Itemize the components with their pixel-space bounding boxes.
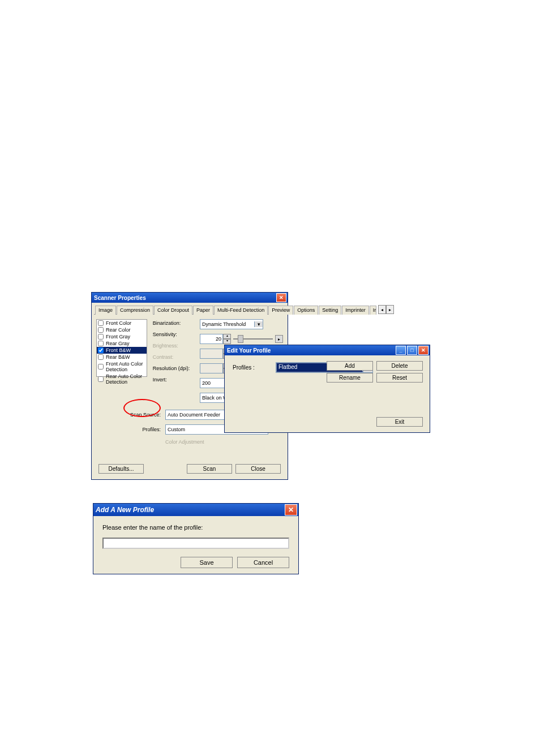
- window-title: Add A New Profile: [96, 506, 154, 514]
- slider-right-icon[interactable]: ▸: [275, 335, 283, 343]
- save-button[interactable]: Save: [181, 557, 233, 568]
- color-adjustment-row: Color Adjustment: [92, 437, 288, 447]
- spin-up-icon[interactable]: ▴: [223, 334, 231, 339]
- delete-button[interactable]: Delete: [376, 361, 423, 371]
- tab-setting[interactable]: Setting: [319, 306, 341, 315]
- label-resolution: Resolution (dpi):: [153, 366, 194, 371]
- tab-preview[interactable]: Preview: [268, 306, 293, 315]
- label-sensitivity: Sensitivity:: [153, 332, 194, 337]
- tab-strip: Image Compression Color Dropout Paper Mu…: [94, 305, 285, 315]
- close-icon[interactable]: ✕: [276, 293, 286, 302]
- minimize-icon[interactable]: _: [396, 346, 406, 355]
- label-profiles: Profiles:: [98, 427, 161, 432]
- titlebar[interactable]: Add A New Profile ✕: [93, 504, 298, 516]
- profile-name-input[interactable]: [102, 538, 289, 549]
- list-item[interactable]: Rear Gray: [97, 340, 147, 347]
- binarization-select[interactable]: Dynamic Threshold ▾: [200, 319, 263, 329]
- list-item[interactable]: Rear Auto Color Detection: [97, 373, 147, 385]
- label-invert: Invert:: [153, 377, 194, 383]
- checkbox[interactable]: [98, 347, 104, 353]
- list-item-label: Rear B&W: [106, 354, 130, 360]
- titlebar[interactable]: Scanner Properties ✕: [92, 293, 288, 303]
- window-title: Edit Your Profile: [227, 347, 271, 354]
- checkbox[interactable]: [98, 376, 104, 382]
- list-item[interactable]: Rear B&W: [97, 354, 147, 360]
- checkbox[interactable]: [98, 354, 104, 360]
- add-button[interactable]: Add: [327, 361, 373, 371]
- sensitivity-slider[interactable]: ▴▾ ▸: [200, 334, 283, 344]
- dialog-body: Please enter the name of the profile: Sa…: [93, 516, 298, 574]
- label-profiles: Profiles :: [233, 364, 255, 371]
- titlebar[interactable]: Edit Your Profile _ □ ✕: [225, 345, 430, 355]
- contrast-value: [200, 363, 223, 373]
- close-button[interactable]: Close: [235, 464, 281, 474]
- label-contrast: Contrast:: [153, 354, 194, 360]
- tab-scroll: ◂ ▸: [378, 305, 394, 314]
- tab-scroll-right-icon[interactable]: ▸: [386, 305, 394, 314]
- tab-information[interactable]: In: [370, 306, 376, 315]
- label-color-adjustment: Color Adjustment: [165, 439, 204, 445]
- checkbox[interactable]: [98, 334, 104, 340]
- add-profile-dialog: Add A New Profile ✕ Please enter the nam…: [93, 503, 299, 574]
- list-item[interactable]: Front B&W: [97, 347, 147, 354]
- tab-options[interactable]: Options: [294, 306, 318, 315]
- checkbox[interactable]: [98, 341, 104, 346]
- annotation-oval: [123, 399, 161, 417]
- tab-image[interactable]: Image: [95, 306, 116, 315]
- tab-scroll-left-icon[interactable]: ◂: [378, 305, 386, 314]
- tab-paper[interactable]: Paper: [193, 306, 213, 315]
- maximize-icon[interactable]: □: [407, 346, 417, 355]
- brightness-value: [200, 349, 223, 359]
- tab-compression[interactable]: Compression: [117, 306, 153, 315]
- tab-multifeed[interactable]: Multi-Feed Detection: [214, 306, 268, 315]
- scan-button[interactable]: Scan: [187, 464, 232, 474]
- cancel-button[interactable]: Cancel: [237, 557, 289, 568]
- close-icon[interactable]: ✕: [285, 504, 297, 516]
- rename-button[interactable]: Rename: [327, 373, 373, 383]
- dialog-body: Profiles : Flatbed ▾ Add Delete Rename R…: [225, 355, 430, 432]
- list-item[interactable]: Rear Color: [97, 327, 147, 333]
- defaults-button[interactable]: Defaults...: [98, 464, 144, 474]
- list-item-label: Rear Gray: [106, 341, 130, 346]
- checkbox[interactable]: [98, 364, 104, 370]
- list-item[interactable]: Front Color: [97, 320, 147, 327]
- chevron-down-icon[interactable]: ▾: [254, 321, 263, 327]
- image-type-list[interactable]: Front Color Rear Color Front Gray Rear G…: [96, 319, 147, 377]
- checkbox[interactable]: [98, 320, 104, 326]
- sensitivity-value[interactable]: [200, 334, 223, 344]
- list-item[interactable]: Front Auto Color Detection: [97, 360, 147, 373]
- window-title: Scanner Properties: [94, 295, 146, 301]
- tab-imprinter[interactable]: Imprinter: [342, 306, 369, 315]
- edit-profile-dialog: Edit Your Profile _ □ ✕ Profiles : Flatb…: [224, 345, 430, 433]
- close-icon[interactable]: ✕: [418, 346, 428, 355]
- list-item-label: Rear Auto Color Detection: [106, 373, 145, 385]
- label-binarization: Binarization:: [153, 320, 194, 326]
- field-labels: Binarization: Sensitivity: Brightness: C…: [153, 319, 194, 403]
- reset-button[interactable]: Reset: [376, 373, 423, 383]
- spin-down-icon[interactable]: ▾: [223, 339, 231, 344]
- list-item-label: Front Color: [106, 320, 131, 326]
- checkbox[interactable]: [98, 327, 104, 333]
- select-value: Dynamic Threshold: [200, 321, 254, 327]
- prompt-text: Please enter the name of the profile:: [102, 524, 289, 531]
- tab-color-dropout[interactable]: Color Dropout: [154, 306, 192, 315]
- list-item-label: Front B&W: [106, 347, 131, 353]
- list-item-label: Front Gray: [106, 334, 130, 340]
- bottom-buttons: Defaults... Scan Close: [92, 458, 288, 479]
- label-brightness: Brightness:: [153, 343, 194, 349]
- list-item-label: Rear Color: [106, 327, 131, 333]
- list-item-label: Front Auto Color Detection: [106, 361, 145, 372]
- list-item[interactable]: Front Gray: [97, 333, 147, 340]
- exit-button[interactable]: Exit: [376, 417, 423, 427]
